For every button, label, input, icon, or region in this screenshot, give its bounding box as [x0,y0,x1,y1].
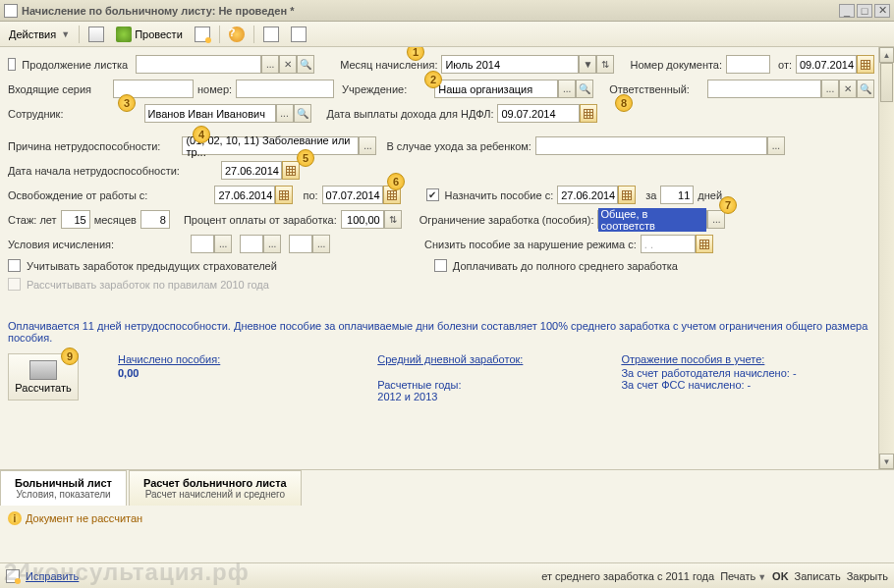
release-to-input[interactable]: 07.07.2014 [322,186,383,204]
doc-icon [4,4,18,18]
employee-search[interactable]: 🔍 [294,104,311,123]
badge-7: 7 [719,196,737,214]
employee-input[interactable]: Иванов Иван Иванович [144,104,276,123]
resp-label: Ответственный: [609,83,690,95]
continuation-search[interactable]: 🔍 [297,55,314,74]
payday-calendar[interactable] [580,104,597,123]
reason-select[interactable]: ... [359,136,376,155]
pay-full-checkbox[interactable] [434,259,447,272]
month-input[interactable]: Июль 2014 [441,55,579,74]
fss-value: За счет ФСС начислено: - [621,379,796,391]
startdate-input[interactable]: 27.06.2014 [221,161,282,180]
badge-8: 8 [615,94,633,112]
scroll-down[interactable]: ▼ [879,454,894,469]
release-from-cal[interactable] [275,186,293,204]
cond1-select[interactable]: ... [214,235,232,253]
resp-select[interactable]: ... [821,80,839,98]
cond2-select[interactable]: ... [263,235,281,253]
release-label: Освобождение от работы с: [8,189,147,201]
sheet-button[interactable] [190,25,215,44]
close-button[interactable]: ✕ [874,4,890,18]
stazh-years-input[interactable]: 15 [61,210,90,229]
org-search[interactable]: 🔍 [576,80,593,98]
violation-label: Снизить пособие за нарушение режима с: [424,239,637,250]
startdate-label: Дата начала нетрудоспособности: [8,165,180,177]
close-button-footer[interactable]: Закрыть [847,570,888,582]
continuation-checkbox[interactable] [8,58,16,71]
startdate-calendar[interactable] [282,161,300,180]
new-button[interactable] [84,25,109,44]
provesti-button[interactable]: Провести [111,25,188,44]
childcare-select[interactable]: ... [767,136,785,155]
stazh-label: Стаж: лет [8,214,57,226]
accrued-label[interactable]: Начислено пособия: [118,353,220,365]
assign-input[interactable]: 27.06.2014 [557,186,618,204]
org-select[interactable]: ... [558,80,576,98]
prev-insurers-checkbox[interactable] [8,259,21,272]
tab-sicklist[interactable]: Больничный лист Условия, показатели [0,470,127,506]
continuation-clear[interactable]: ✕ [279,55,297,74]
resp-clear[interactable]: ✕ [839,80,857,98]
scroll-thumb[interactable] [880,63,893,102]
scrollbar[interactable]: ▲ ▼ [878,47,894,469]
rules2010-checkbox [8,278,21,291]
org-label: Учреждение: [342,83,407,95]
reflect-label[interactable]: Отражение пособия в учете: [621,353,796,365]
calc-cond-label: Условия исчисления: [8,239,114,250]
status-mid: ет среднего заработка с 2011 года [541,570,714,582]
save-button[interactable]: Записать [795,570,841,582]
assign-days-input[interactable]: 11 [660,186,694,204]
badge-9: 9 [61,347,79,365]
fix-icon [6,569,20,583]
stazh-months-label: месяцев [94,214,137,226]
cond3-select[interactable]: ... [312,235,330,253]
help-button[interactable]: ? [224,25,250,44]
ok-button[interactable]: OK [772,570,789,582]
calculator-icon [29,360,57,380]
warning-icon: i [8,511,22,525]
percent-spin[interactable]: ⇅ [384,210,402,229]
month-spin[interactable]: ⇅ [596,55,614,74]
employee-select[interactable]: ... [276,104,294,123]
fix-link[interactable]: Исправить [26,570,79,582]
docnum-input[interactable] [726,55,770,74]
minimize-button[interactable]: _ [839,4,855,18]
accrued-value: 0,00 [118,367,220,379]
tab-calculation[interactable]: Расчет больничного листа Расчет начислен… [129,470,302,506]
date-calendar[interactable] [857,55,874,74]
prev-insurers-label: Учитывать заработок предыдущих страховат… [27,260,277,272]
assign-cal[interactable] [618,186,636,204]
continuation-input[interactable] [136,55,261,74]
continuation-select[interactable]: ... [261,55,279,74]
stazh-months-input[interactable]: 8 [140,210,170,229]
limit-input[interactable]: Общее, в соответств [597,210,707,229]
cond3-input[interactable] [289,235,312,253]
scroll-up[interactable]: ▲ [879,47,894,63]
resp-search[interactable]: 🔍 [857,80,874,98]
percent-label: Процент оплаты от заработка: [184,214,337,226]
org-input[interactable]: Наша организация [434,80,558,98]
list1-button[interactable] [258,25,284,44]
print-button[interactable]: Печать▼ [720,570,766,582]
resp-input[interactable] [707,80,821,98]
date-input[interactable]: 09.07.2014 [796,55,857,74]
innum-input[interactable] [236,80,334,98]
month-dropdown[interactable]: ▼ [579,55,596,74]
cond1-input[interactable] [191,235,214,253]
assign-label: Назначить пособие с: [445,189,554,201]
list2-button[interactable] [286,25,311,44]
childcare-input[interactable] [535,136,767,155]
payday-input[interactable]: 09.07.2014 [497,104,580,123]
maximize-button[interactable]: □ [857,4,872,18]
assign-checkbox[interactable] [426,188,439,201]
warning-row: i Документ не рассчитан [0,506,894,531]
cond2-input[interactable] [240,235,263,253]
violation-input[interactable]: . . [641,235,696,253]
release-from-input[interactable]: 27.06.2014 [214,186,275,204]
avg-label[interactable]: Средний дневной заработок: [377,353,523,365]
violation-cal[interactable] [696,235,713,253]
actions-menu[interactable]: Действия▼ [4,25,75,44]
percent-input[interactable]: 100,00 [341,210,384,229]
badge-2: 2 [424,71,442,88]
docnum-label: Номер документа: [630,59,722,71]
